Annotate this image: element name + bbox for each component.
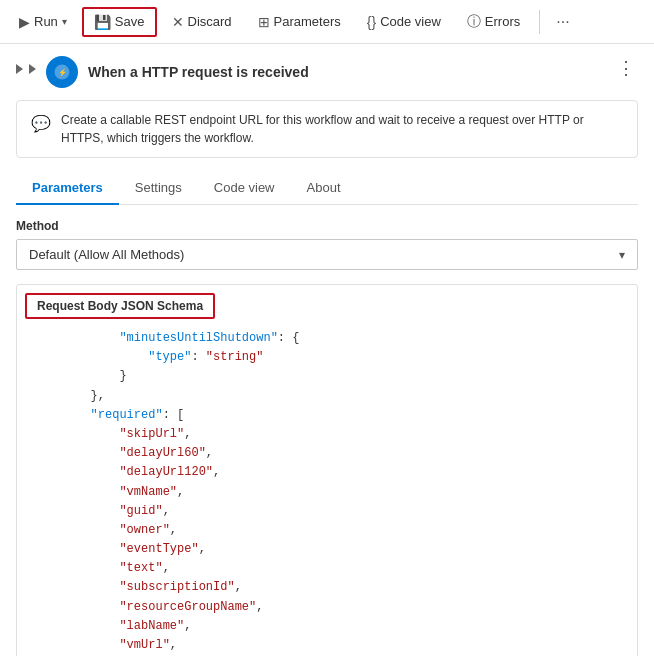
method-label: Method [16, 219, 638, 233]
main-content: ⚡ When a HTTP request is received ⋮ 💬 Cr… [0, 44, 654, 656]
code-line-5: "required": [ [33, 406, 621, 425]
toolbar-divider [539, 10, 540, 34]
code-line-15: "resourceGroupName", [33, 598, 621, 617]
dropdown-chevron-icon: ▾ [619, 248, 625, 262]
errors-button[interactable]: ⓘ Errors [456, 7, 531, 37]
more-button[interactable]: ··· [548, 8, 577, 36]
svg-text:⚡: ⚡ [58, 68, 68, 77]
save-button[interactable]: 💾 Save [82, 7, 157, 37]
discard-icon: ✕ [172, 14, 184, 30]
code-line-6: "skipUrl", [33, 425, 621, 444]
code-line-17: "vmUrl", [33, 636, 621, 655]
discard-button[interactable]: ✕ Discard [161, 8, 243, 36]
http-icon: ⚡ [53, 63, 71, 81]
code-view-icon: {} [367, 14, 376, 30]
code-line-4: }, [33, 387, 621, 406]
code-view-button[interactable]: {} Code view [356, 8, 452, 36]
info-box: 💬 Create a callable REST endpoint URL fo… [16, 100, 638, 158]
run-icon: ▶ [19, 14, 30, 30]
chevron-right-icon [16, 64, 23, 74]
method-value: Default (Allow All Methods) [29, 247, 184, 262]
parameters-label: Parameters [274, 14, 341, 29]
save-icon: 💾 [94, 14, 111, 30]
code-line-2: "type": "string" [33, 348, 621, 367]
parameters-icon: ⊞ [258, 14, 270, 30]
run-label: Run [34, 14, 58, 29]
code-line-10: "guid", [33, 502, 621, 521]
run-button[interactable]: ▶ Run ▾ [8, 8, 78, 36]
code-line-11: "owner", [33, 521, 621, 540]
discard-label: Discard [188, 14, 232, 29]
errors-icon: ⓘ [467, 13, 481, 31]
code-line-12: "eventType", [33, 540, 621, 559]
tab-settings[interactable]: Settings [119, 172, 198, 205]
code-line-1: "minutesUntilShutdown": { [33, 329, 621, 348]
errors-label: Errors [485, 14, 520, 29]
method-dropdown[interactable]: Default (Allow All Methods) ▾ [16, 239, 638, 270]
code-line-3: } [33, 367, 621, 386]
tab-about[interactable]: About [291, 172, 357, 205]
info-icon: 💬 [31, 112, 51, 136]
trigger-icon: ⚡ [46, 56, 78, 88]
code-line-9: "vmName", [33, 483, 621, 502]
parameters-button[interactable]: ⊞ Parameters [247, 8, 352, 36]
save-label: Save [115, 14, 145, 29]
tab-parameters[interactable]: Parameters [16, 172, 119, 205]
run-chevron-icon: ▾ [62, 16, 67, 27]
trigger-title: When a HTTP request is received [88, 56, 614, 88]
code-line-7: "delayUrl60", [33, 444, 621, 463]
info-text: Create a callable REST endpoint URL for … [61, 111, 623, 147]
schema-header: Request Body JSON Schema [25, 293, 215, 319]
code-view-label: Code view [380, 14, 441, 29]
code-line-8: "delayUrl120", [33, 463, 621, 482]
chevron-right-icon-2 [29, 64, 36, 74]
code-line-14: "subscriptionId", [33, 578, 621, 597]
tab-code-view[interactable]: Code view [198, 172, 291, 205]
more-icon: ··· [556, 13, 569, 31]
toolbar: ▶ Run ▾ 💾 Save ✕ Discard ⊞ Parameters {}… [0, 0, 654, 44]
code-line-16: "labName", [33, 617, 621, 636]
trigger-card: ⚡ When a HTTP request is received ⋮ [16, 56, 638, 88]
tabs-nav: Parameters Settings Code view About [16, 172, 638, 205]
trigger-menu-button[interactable]: ⋮ [614, 56, 638, 80]
json-code-block: "minutesUntilShutdown": { "type": "strin… [17, 323, 637, 656]
schema-section: Request Body JSON Schema "minutesUntilSh… [16, 284, 638, 656]
trigger-expand-button[interactable] [16, 56, 46, 82]
code-line-13: "text", [33, 559, 621, 578]
